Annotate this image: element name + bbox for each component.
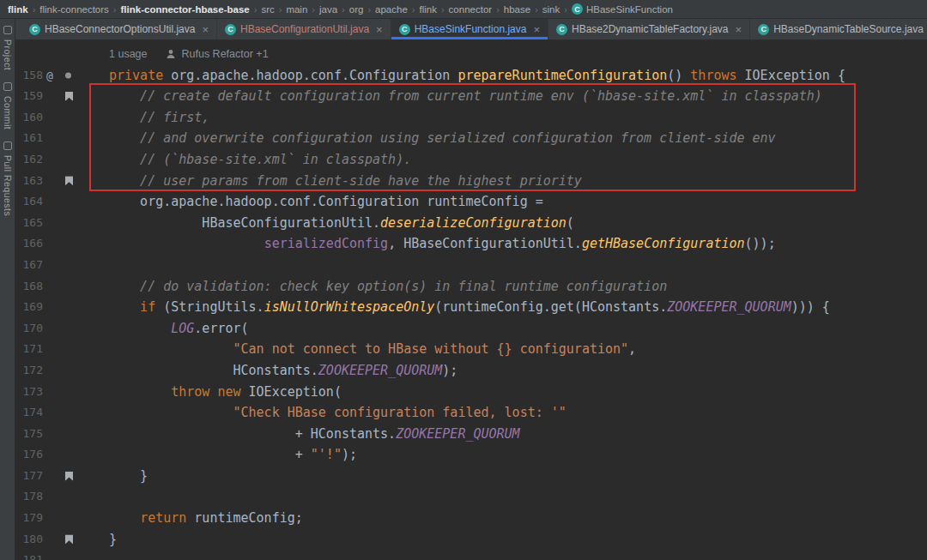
- close-icon[interactable]: ×: [736, 23, 742, 36]
- code-text: LOG.error(: [109, 318, 249, 340]
- bookmark-icon[interactable]: [65, 534, 73, 544]
- breadcrumb-item-flink-connectors[interactable]: flink-connectors: [39, 4, 109, 15]
- breadcrumb-item-flink[interactable]: flink: [8, 4, 28, 15]
- close-icon[interactable]: ×: [533, 23, 540, 36]
- chevron-right-icon: ›: [342, 4, 345, 15]
- editor[interactable]: 1 usageRufus Refactor +1158@private org.…: [15, 40, 927, 560]
- gutter[interactable]: 176: [15, 444, 109, 466]
- tab-hbase2dynamictablefactory-java[interactable]: CHBase2DynamicTableFactory.java×: [548, 19, 750, 39]
- chevron-right-icon: ›: [254, 4, 258, 15]
- code-text: // do validation: check key option(s) in…: [109, 276, 667, 298]
- code-line: 167: [15, 255, 927, 276]
- class-icon: C: [225, 24, 236, 35]
- gutter[interactable]: 180: [15, 529, 109, 551]
- gutter[interactable]: [15, 44, 109, 65]
- bookmark-icon[interactable]: [65, 176, 73, 185]
- code-text: "Can not connect to HBase without {} con…: [109, 339, 636, 360]
- breadcrumb-item-apache[interactable]: apache: [375, 4, 408, 15]
- left-toolbar: ProjectCommitPull Requests: [0, 19, 15, 560]
- tab-bar: CHBaseConnectorOptionsUtil.java×CHBaseCo…: [15, 19, 927, 40]
- breadcrumb-label: src: [261, 4, 274, 15]
- tab-hbaseconnectoroptionsutil-java[interactable]: CHBaseConnectorOptionsUtil.java×: [21, 19, 217, 39]
- line-number: 167: [15, 255, 43, 276]
- ide-window: flink›flink-connectors›flink-connector-h…: [0, 0, 927, 560]
- line-number: 175: [15, 424, 43, 445]
- gutter[interactable]: 169: [15, 297, 109, 318]
- breadcrumb-item-java[interactable]: java: [319, 4, 337, 15]
- gutter[interactable]: 172: [15, 360, 109, 382]
- code-line: 172 HConstants.ZOOKEEPER_QUORUM);: [15, 360, 927, 382]
- breadcrumb-item-connector[interactable]: connector: [449, 4, 493, 15]
- line-number: 168: [15, 276, 43, 298]
- sidebar-item-project[interactable]: Project: [3, 26, 13, 70]
- gutter[interactable]: 173: [15, 382, 109, 403]
- line-number: 179: [15, 508, 43, 529]
- close-icon[interactable]: ×: [202, 23, 209, 36]
- gutter[interactable]: 160: [15, 107, 109, 129]
- close-icon[interactable]: ×: [376, 23, 383, 36]
- code-line: 178: [15, 486, 927, 508]
- gutter[interactable]: 178: [15, 486, 109, 508]
- sidebar-item-commit[interactable]: Commit: [3, 82, 13, 129]
- tab-hbasedynamictablesource-java[interactable]: CHBaseDynamicTableSource.java×: [750, 19, 927, 39]
- tab-hbaseconfigurationutil-java[interactable]: CHBaseConfigurationUtil.java×: [217, 19, 391, 39]
- main-row: ProjectCommitPull Requests CHBaseConnect…: [0, 19, 927, 560]
- usages-hint[interactable]: 1 usage: [109, 48, 147, 60]
- code-line: 166 serializedConfig, HBaseConfiguration…: [15, 233, 927, 255]
- gutter[interactable]: 175: [15, 424, 109, 445]
- code-text: private org.apache.hadoop.conf.Configura…: [109, 65, 845, 87]
- bookmark-icon[interactable]: [65, 472, 73, 481]
- code-text: if (StringUtils.isNullOrWhitespaceOnly(r…: [109, 297, 830, 318]
- author-hint[interactable]: Rufus Refactor +1: [181, 48, 268, 60]
- gutter[interactable]: 159: [15, 86, 109, 107]
- gutter[interactable]: 166: [15, 233, 109, 255]
- code-line: 158@private org.apache.hadoop.conf.Confi…: [15, 65, 927, 87]
- breadcrumb-item-src[interactable]: src: [261, 4, 274, 15]
- breadcrumb-item-hbasesinkfunction[interactable]: CHBaseSinkFunction: [572, 3, 673, 15]
- gutter[interactable]: 181: [15, 550, 109, 560]
- gutter[interactable]: 163: [15, 171, 109, 192]
- gutter[interactable]: 167: [15, 255, 109, 276]
- gutter[interactable]: 158@: [15, 65, 109, 87]
- at-icon[interactable]: @: [46, 69, 53, 81]
- breadcrumb-label: HBaseSinkFunction: [586, 4, 673, 15]
- gutter[interactable]: 170: [15, 318, 109, 340]
- gutter[interactable]: 179: [15, 508, 109, 529]
- gutter[interactable]: 165: [15, 213, 109, 234]
- gutter[interactable]: 177: [15, 466, 109, 487]
- gutter[interactable]: 171: [15, 339, 109, 360]
- breadcrumb-item-flink[interactable]: flink: [419, 4, 436, 15]
- code-text: // create default configuration from cur…: [109, 86, 822, 107]
- gutter[interactable]: 164: [15, 191, 109, 213]
- gutter[interactable]: 162: [15, 149, 109, 171]
- chevron-right-icon: ›: [33, 4, 36, 15]
- breadcrumb-item-hbase[interactable]: hbase: [504, 4, 530, 15]
- editor-lines: 1 usageRufus Refactor +1158@private org.…: [15, 40, 927, 560]
- breadcrumb-label: apache: [375, 4, 408, 15]
- gutter[interactable]: 168: [15, 276, 109, 298]
- breadcrumb-item-sink[interactable]: sink: [542, 4, 560, 15]
- code-line: 181: [15, 550, 927, 560]
- code-line: 174 "Check HBase configuration failed, l…: [15, 402, 927, 424]
- chevron-right-icon: ›: [535, 4, 538, 15]
- code-text: // first,: [109, 107, 209, 129]
- author-avatar-icon: [166, 49, 176, 59]
- line-number: 158: [15, 65, 43, 87]
- tab-hbasesinkfunction-java[interactable]: CHBaseSinkFunction.java×: [391, 19, 548, 39]
- code-line: 164 org.apache.hadoop.conf.Configuration…: [15, 191, 927, 213]
- code-line: 180}: [15, 529, 927, 551]
- code-line: 179 return runtimeConfig;: [15, 508, 927, 529]
- tab-label: HBaseConnectorOptionsUtil.java: [45, 23, 195, 35]
- bookmark-icon[interactable]: [65, 92, 73, 101]
- sidebar-item-pull-requests[interactable]: Pull Requests: [3, 142, 13, 216]
- dot-icon[interactable]: [65, 72, 71, 78]
- breadcrumb-item-org[interactable]: org: [349, 4, 364, 15]
- line-number: 176: [15, 444, 43, 466]
- gutter[interactable]: 174: [15, 402, 109, 424]
- code-line: 161 // and overwrite configuration using…: [15, 128, 927, 149]
- breadcrumb-item-flink-connector-hbase-base[interactable]: flink-connector-hbase-base: [121, 4, 250, 15]
- gutter[interactable]: 161: [15, 128, 109, 149]
- breadcrumb-item-main[interactable]: main: [286, 4, 307, 15]
- code-text: // (`hbase-site.xml` in classpath).: [109, 149, 411, 171]
- sidebar-label: Pull Requests: [3, 155, 13, 216]
